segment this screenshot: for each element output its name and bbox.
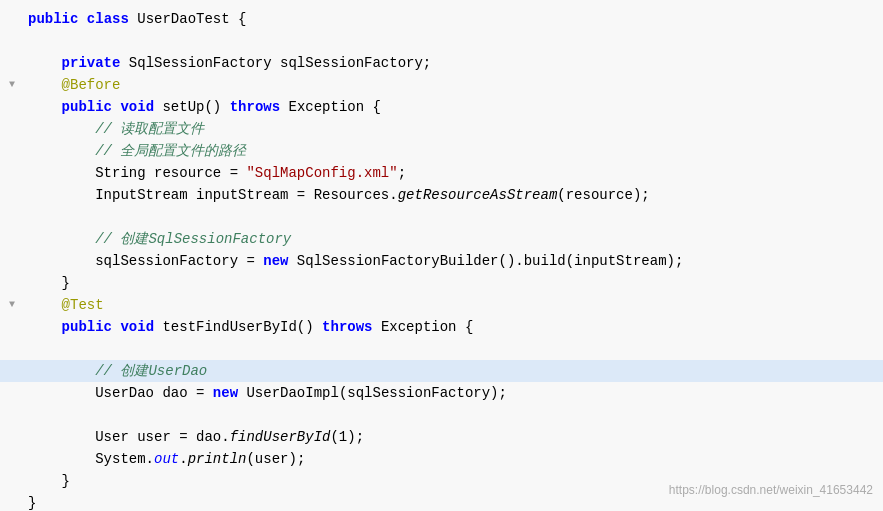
code-line-7: // 全局配置文件的路径 [0, 140, 883, 162]
code-line-10 [0, 206, 883, 228]
code-line-2 [0, 30, 883, 52]
code-line-5: public void setUp() throws Exception { [0, 96, 883, 118]
code-line-16 [0, 338, 883, 360]
code-line-13: } [0, 272, 883, 294]
code-editor: public class UserDaoTest { private SqlSe… [0, 0, 883, 511]
fold-icon-1[interactable]: ▼ [6, 79, 18, 91]
code-line-4: ▼ @Before [0, 74, 883, 96]
code-line-12: sqlSessionFactory = new SqlSessionFactor… [0, 250, 883, 272]
code-line-15: public void testFindUserById() throws Ex… [0, 316, 883, 338]
code-line-20: User user = dao.findUserById(1); [0, 426, 883, 448]
code-line-9: InputStream inputStream = Resources.getR… [0, 184, 883, 206]
fold-icon-2[interactable]: ▼ [6, 299, 18, 311]
code-line-3: private SqlSessionFactory sqlSessionFact… [0, 52, 883, 74]
code-line-21: System.out.println(user); [0, 448, 883, 470]
code-line-18: UserDao dao = new UserDaoImpl(sqlSession… [0, 382, 883, 404]
code-line-11: // 创建SqlSessionFactory [0, 228, 883, 250]
code-line-8: String resource = "SqlMapConfig.xml"; [0, 162, 883, 184]
watermark: https://blog.csdn.net/weixin_41653442 [669, 479, 873, 501]
code-line-14: ▼ @Test [0, 294, 883, 316]
code-line-6: // 读取配置文件 [0, 118, 883, 140]
code-line-19 [0, 404, 883, 426]
code-line-1: public class UserDaoTest { [0, 8, 883, 30]
code-line-17: // 创建UserDao [0, 360, 883, 382]
